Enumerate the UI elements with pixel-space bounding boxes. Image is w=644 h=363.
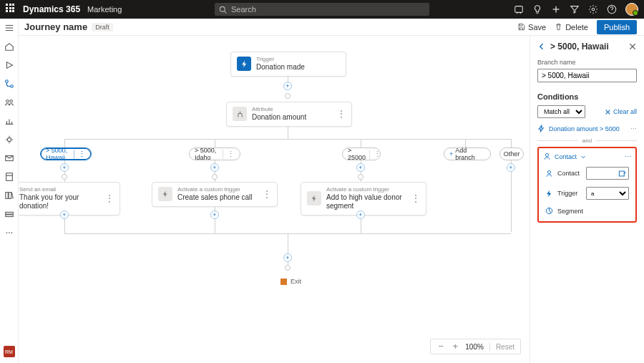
add-node-button[interactable]: + — [283, 253, 292, 262]
connector-dot — [358, 174, 364, 180]
flag-icon — [280, 279, 287, 285]
add-icon[interactable] — [551, 4, 561, 14]
settings-icon[interactable] — [588, 4, 598, 14]
assistant-icon[interactable] — [514, 4, 524, 14]
more-icon[interactable] — [4, 228, 14, 238]
branch-name-input[interactable] — [537, 69, 637, 82]
zoom-out-button[interactable]: − — [436, 342, 445, 351]
product-area: Marketing — [87, 5, 122, 14]
menu-label: Trigger — [557, 190, 577, 197]
svg-rect-31 — [619, 171, 624, 176]
svg-point-0 — [220, 6, 225, 11]
node-more-icon[interactable]: ⋮ — [407, 193, 420, 203]
contact-value-input[interactable] — [586, 167, 629, 180]
branch-pill-1[interactable]: > 5000, Hawaii ⋮ — [40, 147, 92, 160]
branch-pill-2[interactable]: > 5000, Idaho ⋮ — [189, 147, 240, 160]
zoom-in-button[interactable]: + — [451, 342, 459, 351]
trigger-action-node[interactable]: Activate a custom trigger Create sales p… — [152, 182, 278, 207]
svg-point-14 — [7, 137, 11, 141]
menu-item-trigger[interactable]: Trigger a — [543, 183, 631, 203]
add-node-button[interactable]: + — [210, 210, 219, 219]
contact-icon — [545, 170, 553, 178]
trigger-value-select[interactable]: a — [586, 187, 629, 200]
app-launcher-icon[interactable] — [6, 4, 17, 15]
svg-rect-19 — [9, 193, 11, 199]
node-more-icon[interactable]: ⋮ — [101, 193, 114, 203]
zoom-reset-button[interactable]: Reset — [489, 343, 514, 351]
node-more-icon[interactable]: ⋮ — [333, 109, 346, 119]
match-dropdown[interactable]: Match all — [537, 105, 585, 118]
add-node-button[interactable]: + — [60, 210, 69, 219]
home-icon[interactable] — [4, 42, 14, 52]
area-switcher[interactable]: RM — [4, 346, 15, 357]
svg-point-10 — [5, 80, 8, 83]
node-more-icon[interactable]: ⋮ — [258, 189, 271, 199]
filter-icon[interactable] — [570, 4, 580, 14]
trigger-node[interactable]: Trigger Donation made — [230, 52, 346, 77]
add-node-button[interactable]: + — [356, 210, 365, 219]
condition-more-icon[interactable]: ⋯ — [625, 153, 631, 160]
panel-back-icon[interactable] — [537, 42, 546, 51]
branch-pill-3[interactable]: > 25000 ⋮ — [342, 147, 381, 160]
menu-icon[interactable] — [4, 23, 14, 33]
attribute-node[interactable]: Attribute Donation amount ⋮ — [226, 102, 352, 127]
chevron-down-icon — [580, 154, 586, 160]
branch-label: Other — [504, 150, 520, 158]
svg-line-1 — [225, 11, 227, 13]
analytics-icon[interactable] — [4, 116, 14, 126]
and-separator: and — [578, 137, 596, 144]
clear-all-button[interactable]: Clear all — [605, 108, 637, 115]
trigger-action-node[interactable]: Activate a custom trigger Add to high va… — [301, 182, 426, 216]
email-action-node[interactable]: Send an email Thank you for your donatio… — [19, 182, 120, 216]
menu-item-segment[interactable]: Segment — [543, 203, 631, 218]
journey-canvas[interactable]: Trigger Donation made + Attribute Donati… — [19, 36, 530, 363]
condition-more-icon[interactable]: ⋯ — [630, 125, 637, 132]
segment-icon — [545, 207, 553, 215]
config-icon[interactable] — [4, 209, 14, 219]
branch-more-icon[interactable]: ⋮ — [369, 150, 381, 159]
publish-button[interactable]: Publish — [597, 20, 637, 34]
help-icon[interactable] — [607, 4, 617, 14]
svg-rect-2 — [515, 6, 523, 13]
save-button[interactable]: Save — [513, 21, 550, 34]
node-type: Activate a custom trigger — [177, 187, 253, 193]
menu-label: Contact — [557, 170, 580, 177]
templates-icon[interactable] — [4, 172, 14, 182]
condition-row[interactable]: Donation amount > 5000 ⋯ — [537, 122, 637, 135]
lightbulb-icon[interactable] — [532, 4, 542, 14]
email-icon[interactable] — [4, 153, 14, 163]
node-type: Send an email — [19, 187, 101, 193]
lookup-icon[interactable] — [618, 170, 626, 178]
library-icon[interactable] — [4, 190, 14, 200]
add-node-button[interactable]: + — [356, 163, 365, 172]
global-search[interactable]: Search — [215, 3, 429, 16]
branch-more-icon[interactable]: ⋮ — [223, 150, 235, 159]
segments-icon[interactable] — [4, 97, 14, 107]
add-branch-button[interactable]: + Add branch — [444, 147, 491, 160]
zoom-control: − + 100% Reset — [430, 339, 521, 354]
panel-close-icon[interactable] — [628, 42, 637, 51]
svg-point-13 — [9, 100, 12, 103]
other-branch-pill[interactable]: Other — [499, 147, 524, 160]
add-node-button[interactable]: + — [210, 163, 219, 172]
save-icon — [517, 23, 525, 31]
add-node-button[interactable]: + — [283, 82, 292, 90]
lightning-icon — [537, 125, 545, 132]
menu-item-contact[interactable]: Contact — [543, 163, 631, 183]
user-avatar[interactable] — [625, 3, 638, 16]
play-icon[interactable] — [4, 60, 14, 70]
clear-all-label: Clear all — [613, 108, 637, 115]
condition-type-dropdown[interactable]: Contact ⋯ — [543, 151, 631, 162]
panel-title: > 5000, Hawaii — [550, 42, 628, 52]
branch-more-icon[interactable]: ⋮ — [74, 150, 86, 159]
svg-point-24 — [11, 232, 12, 233]
add-node-button[interactable]: + — [60, 163, 69, 172]
add-node-button[interactable]: + — [507, 163, 515, 172]
condition-text: Donation amount > 5000 — [549, 125, 620, 132]
delete-button[interactable]: Delete — [550, 21, 592, 34]
journeys-icon[interactable] — [4, 79, 14, 89]
connector-dot — [212, 174, 218, 180]
contact-icon — [543, 153, 551, 160]
branch-label: > 25000 — [348, 147, 366, 161]
resources-icon[interactable] — [4, 135, 14, 145]
